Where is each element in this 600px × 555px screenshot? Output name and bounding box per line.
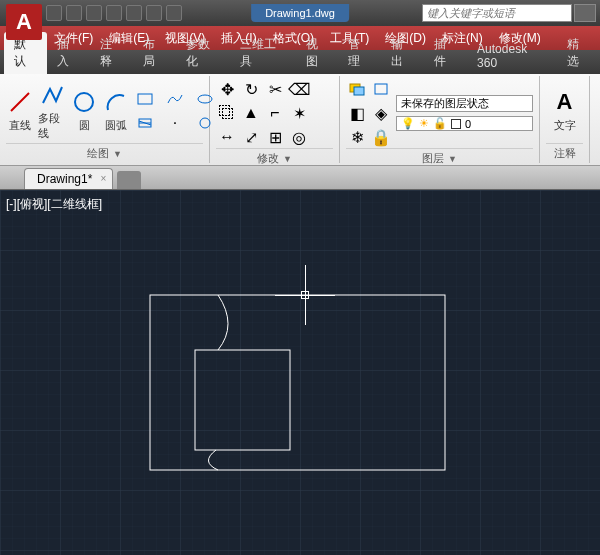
layer-states-icon[interactable] (370, 78, 392, 100)
layer-name: 0 (465, 118, 471, 130)
search-box (422, 4, 596, 22)
svg-point-7 (200, 118, 210, 128)
tab-a360[interactable]: Autodesk 360 (467, 38, 557, 74)
qat-new-icon[interactable] (46, 5, 62, 21)
modify-panel: ✥ ↻ ✂ ⌫ ⿻ ▲ ⌐ ✶ ↔ ⤢ ⊞ ◎ 修改▼ (210, 76, 340, 163)
svg-rect-10 (375, 84, 387, 94)
qat-plot-icon[interactable] (126, 5, 142, 21)
polyline-label: 多段线 (38, 111, 66, 141)
stretch-icon[interactable]: ↔ (216, 126, 238, 148)
svg-rect-2 (138, 94, 152, 104)
layer-state-dropdown[interactable]: 未保存的图层状态 (396, 95, 533, 112)
fillet-icon[interactable]: ⌐ (264, 102, 286, 124)
tab-insert[interactable]: 插入 (47, 32, 90, 74)
unlock-icon: 🔓 (433, 117, 447, 130)
text-button[interactable]: A 文字 (546, 88, 583, 133)
svg-rect-9 (354, 87, 364, 95)
tab-plugins[interactable]: 插件 (424, 32, 467, 74)
layer-panel-title[interactable]: 图层▼ (346, 148, 533, 168)
document-tab-label: Drawing1* (37, 172, 92, 186)
document-tab[interactable]: Drawing1* × (24, 168, 113, 189)
search-input[interactable] (422, 4, 572, 22)
svg-line-0 (11, 93, 29, 111)
tab-view[interactable]: 视图 (296, 32, 339, 74)
app-logo[interactable]: A (6, 4, 42, 40)
qat-undo-icon[interactable] (146, 5, 162, 21)
chevron-down-icon: ▼ (113, 149, 122, 159)
title-bar: A Drawing1.dwg (0, 0, 600, 26)
svg-rect-13 (150, 295, 445, 470)
mirror-icon[interactable]: ▲ (240, 102, 262, 124)
color-swatch (451, 119, 461, 129)
arc-label: 圆弧 (105, 118, 127, 133)
rotate-icon[interactable]: ↻ (240, 78, 262, 100)
svg-point-1 (75, 93, 93, 111)
tab-manage[interactable]: 管理 (338, 32, 381, 74)
scale-icon[interactable]: ⤢ (240, 126, 262, 148)
layer-freeze-icon[interactable]: ❄ (346, 126, 368, 148)
text-label: 文字 (554, 118, 576, 133)
move-icon[interactable]: ✥ (216, 78, 238, 100)
arc-icon (102, 88, 130, 116)
draw-panel: 直线 多段线 圆 圆弧 · 绘图▼ (0, 76, 210, 163)
close-icon[interactable]: × (101, 173, 107, 184)
tab-parametric[interactable]: 参数化 (176, 32, 230, 74)
layer-properties-icon[interactable] (346, 78, 368, 100)
bulb-icon: 💡 (401, 117, 415, 130)
layer-iso-icon[interactable]: ◧ (346, 102, 368, 124)
line-icon (6, 88, 34, 116)
copy-icon[interactable]: ⿻ (216, 102, 238, 124)
modify-panel-title[interactable]: 修改▼ (216, 148, 333, 168)
erase-icon[interactable]: ⌫ (288, 78, 310, 100)
circle-label: 圆 (79, 118, 90, 133)
text-icon: A (551, 88, 579, 116)
modify-grid: ✥ ↻ ✂ ⌫ ⿻ ▲ ⌐ ✶ ↔ ⤢ ⊞ ◎ (216, 78, 310, 148)
layer-current-dropdown[interactable]: 💡 ☀ 🔓 0 (396, 116, 533, 131)
drawing-objects (0, 190, 600, 555)
qat-save-icon[interactable] (86, 5, 102, 21)
circle-icon (70, 88, 98, 116)
line-button[interactable]: 直线 (6, 88, 34, 133)
new-tab-button[interactable] (117, 171, 141, 189)
title-filename: Drawing1.dwg (251, 4, 349, 22)
annotate-panel-title[interactable]: 注释 (546, 143, 583, 163)
spline-icon[interactable] (164, 88, 186, 110)
polyline-button[interactable]: 多段线 (38, 81, 66, 141)
rectangle-icon[interactable] (134, 88, 156, 110)
circle-button[interactable]: 圆 (70, 88, 98, 133)
layer-panel: ◧ ◈ ❄ 🔒 未保存的图层状态 💡 ☀ 🔓 0 图层▼ (340, 76, 540, 163)
drawing-canvas[interactable]: [-][俯视][二维线框] (0, 190, 600, 555)
tab-layout[interactable]: 布局 (133, 32, 176, 74)
search-button[interactable] (574, 4, 596, 22)
draw-small-grid: · (134, 88, 222, 134)
tab-3d[interactable]: 三维工具 (230, 32, 296, 74)
layer-off-icon[interactable]: ◈ (370, 102, 392, 124)
qat-redo-icon[interactable] (166, 5, 182, 21)
qat-open-icon[interactable] (66, 5, 82, 21)
chevron-down-icon: ▼ (448, 154, 457, 164)
annotate-panel: A 文字 注释 (540, 76, 590, 163)
document-tab-strip: Drawing1* × (0, 166, 600, 190)
ribbon: 直线 多段线 圆 圆弧 · 绘图▼ (0, 74, 600, 166)
tab-annotate[interactable]: 注释 (90, 32, 133, 74)
line-label: 直线 (9, 118, 31, 133)
point-icon[interactable]: · (164, 112, 186, 134)
trim-icon[interactable]: ✂ (264, 78, 286, 100)
svg-rect-14 (195, 350, 290, 450)
layer-lock-icon[interactable]: 🔒 (370, 126, 392, 148)
quick-access-toolbar (46, 5, 182, 21)
tab-featured[interactable]: 精选 (557, 32, 600, 74)
sun-icon: ☀ (419, 117, 429, 130)
layer-icon-grid: ◧ ◈ ❄ 🔒 (346, 78, 392, 148)
explode-icon[interactable]: ✶ (288, 102, 310, 124)
draw-panel-title[interactable]: 绘图▼ (6, 143, 203, 163)
polyline-icon (38, 81, 66, 109)
tab-output[interactable]: 输出 (381, 32, 424, 74)
chevron-down-icon: ▼ (283, 154, 292, 164)
qat-saveas-icon[interactable] (106, 5, 122, 21)
arc-button[interactable]: 圆弧 (102, 88, 130, 133)
array-icon[interactable]: ⊞ (264, 126, 286, 148)
ribbon-tab-strip: 默认 插入 注释 布局 参数化 三维工具 视图 管理 输出 插件 Autodes… (0, 50, 600, 74)
offset-icon[interactable]: ◎ (288, 126, 310, 148)
hatch-icon[interactable] (134, 112, 156, 134)
